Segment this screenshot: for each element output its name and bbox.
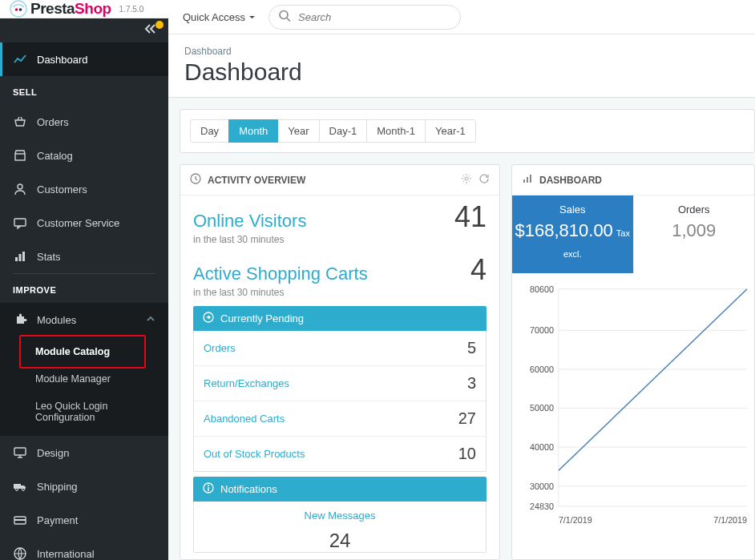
dashboard-tabs: Sales $168,810.00Tax excl. Orders 1,009 [512,195,754,273]
nav-design[interactable]: Design [0,436,168,469]
nav-catalog-label: Catalog [37,150,73,162]
pending-returns-value: 3 [467,374,476,393]
nav-payment[interactable]: Payment [0,503,168,537]
nav-payment-label: Payment [37,514,78,526]
nav-modules[interactable]: Modules [0,303,168,336]
pending-returns-link[interactable]: Return/Exchanges [204,377,289,389]
nav-stats[interactable]: Stats [0,240,168,273]
globe-icon [13,546,27,560]
svg-point-2 [19,8,22,11]
nav-section-improve: IMPROVE [0,274,168,303]
filter-month[interactable]: Month [228,119,278,143]
tab-orders[interactable]: Orders 1,009 [634,195,755,273]
nav-customers[interactable]: Customers [0,172,168,206]
svg-point-18 [465,177,468,180]
pending-abandoned-value: 27 [458,409,476,428]
filter-year[interactable]: Year [277,119,319,143]
notifications-header-label: Notifications [220,483,277,495]
svg-point-4 [18,184,22,189]
new-messages-link[interactable]: New Messages [194,510,486,522]
tab-sales-label: Sales [512,203,633,216]
tab-sales-value: $168,810.00 [515,220,613,240]
svg-point-1 [15,8,18,11]
nav-customers-label: Customers [37,183,87,195]
refresh-icon[interactable] [478,173,490,187]
svg-text:60000: 60000 [530,365,554,374]
activity-header-label: ACTIVITY OVERVIEW [208,175,305,186]
app-root: PrestaShop 1.7.5.0 Dashboard SELL Orders… [0,0,755,560]
filter-month-1[interactable]: Month-1 [366,119,426,143]
nav-shipping[interactable]: Shipping [0,469,168,503]
svg-text:7/1/2019: 7/1/2019 [713,515,747,525]
monitor-icon [13,445,27,460]
topbar: Quick Access [168,0,755,34]
search-icon [278,10,291,25]
activity-panel-body: Online Visitors 41 in the last 30 minute… [180,195,499,560]
pending-returns-row: Return/Exchanges 3 [194,366,486,401]
online-visitors-value: 41 [454,200,487,234]
filter-year-1[interactable]: Year-1 [425,119,476,143]
content: Day Month Year Day-1 Month-1 Year-1 ACTI… [168,98,755,560]
dashboard-panel: DASHBOARD Sales $168,810.00Tax excl. Ord… [511,164,755,560]
basket-icon [13,115,27,129]
nav-catalog[interactable]: Catalog [0,139,168,172]
pending-abandoned-row: Abandoned Carts 27 [194,401,486,437]
arrow-right-circle-icon [203,312,214,325]
svg-point-16 [280,11,288,19]
sidebar-header: PrestaShop 1.7.5.0 [0,0,168,18]
notifications-list: New Messages 24 [193,502,487,553]
active-carts-row: Active Shopping Carts 4 [193,253,487,287]
puzzle-icon [13,312,27,327]
pending-header-label: Currently Pending [220,312,304,324]
svg-rect-22 [208,487,208,491]
new-messages-value: 24 [329,530,351,551]
page-title: Dashboard [184,58,739,97]
nav-modules-label: Modules [37,314,76,326]
nav-customer-service[interactable]: Customer Service [0,206,168,240]
nav-dashboard-label: Dashboard [37,54,88,66]
svg-point-12 [22,489,25,491]
nav-stats-label: Stats [37,251,61,263]
subnav-leo-quick-login[interactable]: Leo Quick Login Configuration [0,393,168,431]
nav-dashboard[interactable]: Dashboard [0,42,168,76]
tab-sales[interactable]: Sales $168,810.00Tax excl. [512,195,634,273]
pending-abandoned-link[interactable]: Abandoned Carts [204,413,285,425]
logo[interactable]: PrestaShop 1.7.5.0 [10,0,143,18]
trending-up-icon [13,52,27,66]
nav-section-sell: SELL [0,76,168,105]
subnav-module-catalog[interactable]: Module Catalog [0,338,168,365]
pending-orders-link[interactable]: Orders [204,342,236,354]
search-input[interactable] [268,5,461,30]
online-visitors-row: Online Visitors 41 [193,200,487,234]
gear-icon[interactable] [461,173,472,187]
sidebar: PrestaShop 1.7.5.0 Dashboard SELL Orders… [0,0,168,560]
pending-oos-row: Out of Stock Products 10 [194,437,486,471]
svg-rect-7 [19,254,22,261]
svg-text:70000: 70000 [530,325,554,335]
tab-orders-label: Orders [634,203,755,216]
nav-orders[interactable]: Orders [0,105,168,139]
tab-orders-value: 1,009 [672,220,716,240]
store-icon [13,148,27,163]
filter-day[interactable]: Day [190,119,229,143]
filter-day-1[interactable]: Day-1 [319,119,368,143]
svg-text:24830: 24830 [530,502,554,511]
credit-card-icon [13,513,27,527]
notifications-header: Notifications [193,477,487,502]
caret-down-icon [248,11,256,23]
svg-rect-8 [22,252,25,261]
truck-icon [13,479,27,494]
active-carts-link[interactable]: Active Shopping Carts [193,264,368,284]
logo-mark-icon [10,0,27,18]
user-icon [13,182,27,196]
nav-international[interactable]: International [0,537,168,560]
main: Quick Access Dashboard Dashboard Day Mon… [168,0,755,560]
active-carts-value: 4 [470,253,487,287]
subnav-module-manager[interactable]: Module Manager [0,365,168,393]
activity-panel: ACTIVITY OVERVIEW Online Visitors 41 in … [180,164,500,560]
pending-oos-link[interactable]: Out of Stock Products [204,448,305,460]
quick-access-dropdown[interactable]: Quick Access [183,11,256,23]
online-visitors-link[interactable]: Online Visitors [193,211,306,232]
pending-orders-row: Orders 5 [194,331,486,366]
breadcrumb: Dashboard [184,46,739,57]
